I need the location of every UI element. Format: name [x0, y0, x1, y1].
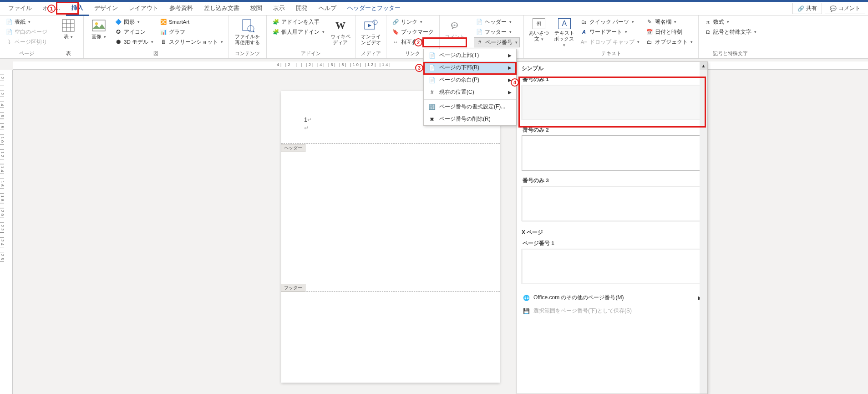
shapes-button[interactable]: 🔷図形▾ [113, 17, 155, 26]
icons-icon: ✪ [115, 28, 122, 36]
gallery-item-plain-3[interactable]: 番号のみ 3 [517, 175, 707, 221]
crossref-button[interactable]: ↔相互参照 [390, 37, 436, 46]
chart-button[interactable]: 📊グラフ [158, 27, 225, 36]
svg-line-9 [253, 31, 254, 32]
wikipedia-button[interactable]: W ウィキペディア [329, 17, 352, 46]
page-break-button[interactable]: ⤵ページ区切り [4, 37, 49, 46]
scroll-up-button[interactable]: ▲ [700, 62, 707, 70]
pictures-label: 画像 [91, 34, 102, 39]
my-addins-label: 個人用アドイン [281, 29, 320, 36]
tab-file[interactable]: ファイル [3, 2, 37, 15]
wordart-icon: A [580, 28, 588, 36]
smartart-label: SmartArt [169, 19, 189, 25]
my-addins-button[interactable]: 🧩個人用アドイン▾ [270, 27, 326, 36]
3d-models-button[interactable]: ⬢3D モデル▾ [113, 37, 155, 46]
menu-page-margins-label: ページの余白(P) [439, 76, 479, 84]
svg-point-11 [373, 20, 377, 25]
menu-page-bottom-label: ページの下部(B) [439, 64, 479, 72]
symbol-label: 記号と特殊文字 [713, 29, 751, 36]
gallery-office-label: Office.com のその他のページ番号(M) [533, 294, 624, 302]
link-button[interactable]: 🔗リンク▾ [390, 17, 436, 26]
menu-remove-pagenum[interactable]: ✖ページ番号の削除(R) [424, 113, 516, 125]
pictures-icon [91, 18, 106, 33]
gallery-section-xpage: X ページ [517, 226, 707, 238]
tab-review[interactable]: 校閲 [245, 2, 268, 15]
reuse-files-button[interactable]: ファイルを再使用する [233, 17, 263, 46]
page-break-label: ページ区切り [15, 39, 47, 46]
cover-page-button[interactable]: 📄表紙▾ [4, 17, 49, 26]
screenshot-button[interactable]: 🖥スクリーンショット▾ [158, 37, 225, 46]
gallery-item-page-1[interactable]: ページ番号 1 [517, 238, 707, 284]
menu-current-position[interactable]: #現在の位置(C)▶ [424, 86, 516, 98]
online-video-label: オンラインビデオ [360, 34, 381, 46]
dropcap-button[interactable]: A≡ドロップ キャップ▾ [579, 37, 641, 46]
annotation-3: 3 [415, 64, 423, 72]
object-label: オブジェクト [655, 39, 688, 46]
page-number-label: ページ番号 [485, 39, 513, 46]
menu-format-pagenum-label: ページ番号の書式設定(F)... [439, 103, 505, 111]
gallery-scrollbar[interactable]: ▲ [700, 62, 707, 394]
textbox-button[interactable]: A テキストボックス ▾ [553, 17, 576, 49]
gallery-item-plain-1[interactable]: 番号のみ 1 [517, 74, 707, 120]
cover-page-label: 表紙 [15, 19, 25, 26]
group-symbols-label: 記号と特殊文字 [702, 49, 758, 58]
tab-view[interactable]: 表示 [268, 2, 290, 15]
smartart-icon: 🔀 [160, 18, 167, 26]
gallery-preview-2 [522, 135, 703, 171]
gallery-item-plain-2[interactable]: 番号のみ 2 [517, 125, 707, 171]
menu-page-bottom[interactable]: 📄ページの下部(B)▶ [424, 61, 516, 74]
tab-references[interactable]: 参考資料 [164, 2, 198, 15]
get-addins-button[interactable]: 🧩アドインを入手 [270, 17, 326, 26]
equation-button[interactable]: π数式▾ [702, 17, 758, 26]
online-video-icon [364, 18, 378, 33]
footer-label: フッター [485, 29, 507, 36]
tab-mailings[interactable]: 差し込み文書 [198, 2, 245, 15]
menu-remove-pagenum-label: ページ番号の削除(R) [439, 115, 491, 123]
smartart-button[interactable]: 🔀SmartArt [158, 17, 225, 26]
page-number-submenu: 📄ページの上部(T)▶ 📄ページの下部(B)▶ 📄ページの余白(P)▶ #現在の… [423, 49, 517, 126]
symbol-button[interactable]: Ω記号と特殊文字▾ [702, 27, 758, 36]
tab-header-footer[interactable]: ヘッダーとフッター [342, 2, 406, 15]
online-video-button[interactable]: オンラインビデオ [360, 17, 382, 46]
blank-page-label: 空白のページ [15, 29, 47, 36]
datetime-button[interactable]: 📅日付と時刻 [644, 27, 695, 36]
pictures-button[interactable]: 画像 ▾ [87, 17, 110, 41]
header-button[interactable]: 📄ヘッダー▾ [474, 17, 520, 26]
icons-label: アイコン [124, 29, 146, 36]
bookmark-icon: 🔖 [392, 28, 399, 36]
icons-button[interactable]: ✪アイコン [113, 27, 155, 36]
wordart-button[interactable]: Aワードアート▾ [579, 27, 641, 36]
header-label: ヘッダー [485, 19, 507, 26]
gallery-office-more[interactable]: 🌐 Office.com のその他のページ番号(M) ▶ [517, 291, 707, 304]
share-button[interactable]: 🔗 共有 [792, 3, 822, 14]
bookmark-button[interactable]: 🔖ブックマーク [390, 27, 436, 36]
dropcap-icon: A≡ [580, 38, 588, 46]
menu-page-margins[interactable]: 📄ページの余白(P)▶ [424, 74, 516, 86]
blank-page-button[interactable]: 📄空白のページ [4, 27, 49, 36]
link-icon: 🔗 [392, 18, 399, 26]
footer-button[interactable]: 📄フッター▾ [474, 27, 520, 36]
vertical-ruler[interactable]: |2| | |2| |4| |6| |8| |10| |12| |14| |16… [0, 70, 13, 394]
comment-button[interactable]: 💬 コメント [825, 3, 865, 14]
tab-insert[interactable]: 挿入 [66, 1, 89, 16]
shapes-label: 図形 [124, 19, 135, 26]
object-button[interactable]: 🗀オブジェクト▾ [644, 37, 695, 46]
tab-help[interactable]: ヘルプ [313, 2, 342, 15]
menu-page-top-label: ページの上部(T) [439, 51, 479, 59]
quickparts-button[interactable]: 🗂クイック パーツ▾ [579, 17, 641, 26]
bookmark-label: ブックマーク [401, 29, 434, 36]
share-icon: 🔗 [797, 5, 804, 12]
tab-layout[interactable]: レイアウト [123, 2, 164, 15]
menu-format-pagenum[interactable]: 🔢ページ番号の書式設定(F)... [424, 101, 516, 113]
tab-developer[interactable]: 開発 [290, 2, 313, 15]
insert-comment-button[interactable]: 💬 コメント [443, 17, 466, 41]
table-button[interactable]: 表 ▾ [57, 17, 80, 41]
wikipedia-label: ウィキペディア [330, 34, 351, 46]
tab-design[interactable]: デザイン [89, 2, 123, 15]
document-page[interactable]: 1↵ ↵ ヘッダー フッター [281, 91, 500, 383]
signature-button[interactable]: ✎署名欄▾ [644, 17, 695, 26]
page-number-button[interactable]: #ページ番号▾ [474, 37, 520, 47]
greeting-button[interactable]: 例 あいさつ文 ▾ [528, 17, 550, 43]
header-tag: ヘッダー [281, 144, 305, 152]
menu-page-top[interactable]: 📄ページの上部(T)▶ [424, 49, 516, 61]
